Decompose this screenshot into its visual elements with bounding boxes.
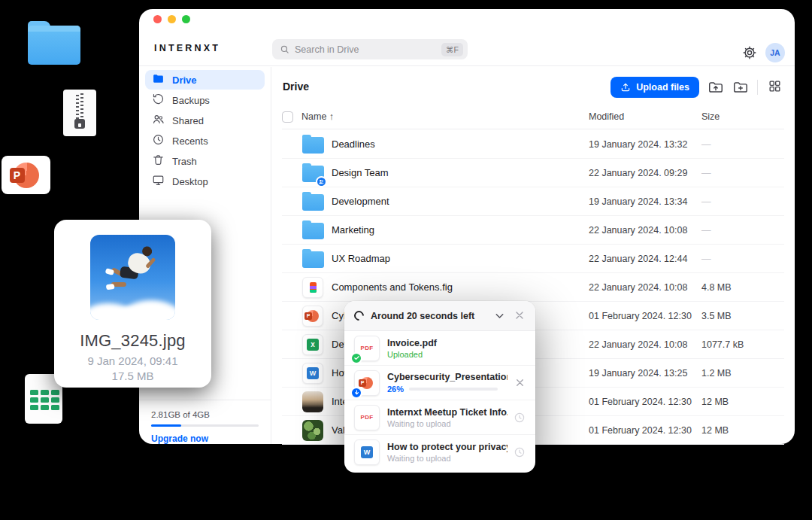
- file-modified: 19 January 2024. 13:34: [589, 196, 701, 207]
- waiting-clock-icon: [514, 446, 526, 458]
- upload-item: WHow to protect your privacy.docWaiting …: [344, 435, 535, 473]
- cancel-upload-button[interactable]: [514, 377, 526, 389]
- doc-file-icon: W: [354, 439, 380, 465]
- window-topbar: INTERNXT ⌘F JA: [139, 9, 795, 66]
- folder-icon: [301, 162, 324, 184]
- uploading-arrow-badge-icon: [350, 387, 362, 399]
- search-input[interactable]: [295, 44, 436, 55]
- excel-file-icon: x: [301, 333, 324, 356]
- sidebar-item-label: Recents: [172, 135, 208, 147]
- table-header: Name ↑ Modified Size: [282, 105, 784, 129]
- select-all-checkbox[interactable]: [282, 111, 293, 123]
- upload-file-name: Internxt Meetup Ticket Info.pdf: [387, 407, 508, 418]
- user-avatar[interactable]: JA: [765, 43, 785, 62]
- upload-status-label: Uploaded: [387, 350, 526, 359]
- table-row[interactable]: UX Roadmap22 January 2024. 12:44—: [282, 245, 784, 273]
- close-window-button[interactable]: [153, 15, 162, 23]
- upload-popup-header: Around 20 seconds left: [344, 301, 535, 331]
- shared-users-badge-icon: [316, 176, 327, 187]
- folder-icon: [301, 248, 324, 270]
- sidebar-item-label: Desktop: [172, 176, 208, 187]
- progress-track: [409, 388, 498, 391]
- upload-status-label: Waiting to upload: [387, 419, 508, 428]
- table-row[interactable]: Components and Tokens.fig22 January 2024…: [282, 273, 784, 302]
- image-filename: IMG_3245.jpg: [54, 331, 211, 351]
- folder-plus-icon: [732, 79, 749, 96]
- minimize-window-button[interactable]: [168, 15, 176, 23]
- search-icon: [280, 44, 289, 54]
- upload-folder-button[interactable]: [707, 79, 724, 96]
- sidebar-nav: DriveBackupsSharedRecentsTrashDesktop: [139, 67, 271, 191]
- folder-icon: [301, 190, 324, 213]
- column-header-size[interactable]: Size: [701, 111, 784, 122]
- column-header-modified[interactable]: Modified: [589, 111, 701, 122]
- people-icon: [152, 113, 165, 128]
- upgrade-now-link[interactable]: Upgrade now: [151, 433, 259, 444]
- collapse-popup-button[interactable]: [493, 309, 506, 322]
- monitor-icon: [152, 174, 165, 189]
- sidebar-item-recents[interactable]: Recents: [145, 131, 265, 151]
- sidebar-item-label: Shared: [172, 115, 204, 126]
- file-modified: 22 January 2024. 10:08: [589, 225, 701, 236]
- photo-thumbnail: [301, 419, 324, 442]
- zoom-window-button[interactable]: [182, 15, 190, 23]
- page-title: Drive: [283, 81, 309, 93]
- storage-usage-label: 2.81GB of 4GB: [151, 410, 259, 419]
- photo-thumbnail: [301, 391, 324, 413]
- upload-progress-popup: Around 20 seconds left PDFInvoice.pdfUpl…: [344, 301, 535, 473]
- desktop-zip-file-icon[interactable]: [63, 90, 96, 136]
- table-row[interactable]: Marketing22 January 2024. 10:08—: [282, 216, 784, 245]
- desktop-powerpoint-file-icon[interactable]: P: [2, 156, 50, 194]
- file-name: Deadlines: [332, 138, 589, 150]
- new-folder-button[interactable]: [732, 79, 749, 96]
- zipper-teeth: [76, 93, 83, 119]
- sidebar-item-shared[interactable]: Shared: [145, 111, 265, 130]
- settings-gear-icon[interactable]: [742, 45, 757, 60]
- table-row[interactable]: Development19 January 2024. 13:34—: [282, 187, 784, 216]
- sidebar-item-backups[interactable]: Backups: [145, 90, 265, 110]
- grid-view-button[interactable]: [766, 79, 783, 96]
- powerpoint-logo-icon: P: [14, 163, 39, 188]
- sidebar-item-label: Trash: [172, 156, 197, 167]
- storage-progress-track: [151, 424, 259, 427]
- desktop-blue-folder-icon[interactable]: [28, 21, 80, 65]
- folder-icon: [301, 219, 324, 242]
- file-size: 12 MB: [701, 425, 784, 436]
- file-name: Design Team: [332, 167, 589, 178]
- close-popup-button[interactable]: [513, 309, 526, 322]
- traffic-lights: [153, 15, 190, 23]
- sidebar-item-label: Drive: [172, 75, 197, 86]
- file-modified: 01 February 2024. 12:30: [589, 311, 701, 321]
- file-modified: 19 January 2024. 13:32: [589, 139, 701, 150]
- chevron-down-icon: [493, 309, 506, 322]
- sidebar-item-desktop[interactable]: Desktop: [145, 172, 265, 191]
- upload-item: PDFInternxt Meetup Ticket Info.pdfWaitin…: [344, 400, 535, 435]
- search-bar[interactable]: ⌘F: [272, 39, 468, 59]
- sort-arrow-icon: ↑: [329, 111, 334, 122]
- column-header-name[interactable]: Name ↑: [301, 111, 589, 122]
- file-size: 4.8 MB: [701, 282, 784, 293]
- file-size: 1.2 MB: [701, 368, 784, 379]
- word-file-icon: W: [301, 362, 324, 385]
- spreadsheet-grid-icon: [30, 390, 59, 410]
- uploaded-check-badge-icon: [350, 352, 362, 364]
- upload-file-name: Cybersecurity_Presentation.ppt: [387, 372, 508, 382]
- file-size: 1077.7 kB: [701, 339, 784, 350]
- upload-icon: [620, 82, 631, 93]
- image-preview-card[interactable]: IMG_3245.jpg 9 Jan 2024, 09:41 17.5 MB: [54, 220, 211, 388]
- upload-files-button[interactable]: Upload files: [611, 77, 699, 98]
- table-row[interactable]: Design Team22 January 2024. 09:29—: [282, 159, 784, 187]
- ppt-file-icon: [354, 370, 380, 396]
- file-name: Components and Tokens.fig: [332, 281, 589, 293]
- sidebar-item-drive[interactable]: Drive: [145, 70, 265, 90]
- file-modified: 22 January 2024. 10:08: [589, 282, 701, 293]
- storage-section: 2.81GB of 4GB Upgrade now: [139, 400, 271, 444]
- table-row[interactable]: Deadlines19 January 2024. 13:32—: [282, 130, 784, 159]
- file-modified: 01 February 2024. 12:30: [589, 397, 701, 407]
- upload-items-list: PDFInvoice.pdfUploadedCybersecurity_Pres…: [344, 331, 535, 473]
- upload-item: PDFInvoice.pdfUploaded: [344, 331, 535, 366]
- trash-icon: [152, 154, 165, 169]
- file-modified: 19 January 2024. 13:25: [589, 368, 701, 379]
- sidebar-item-label: Backups: [172, 95, 210, 106]
- sidebar-item-trash[interactable]: Trash: [145, 151, 265, 171]
